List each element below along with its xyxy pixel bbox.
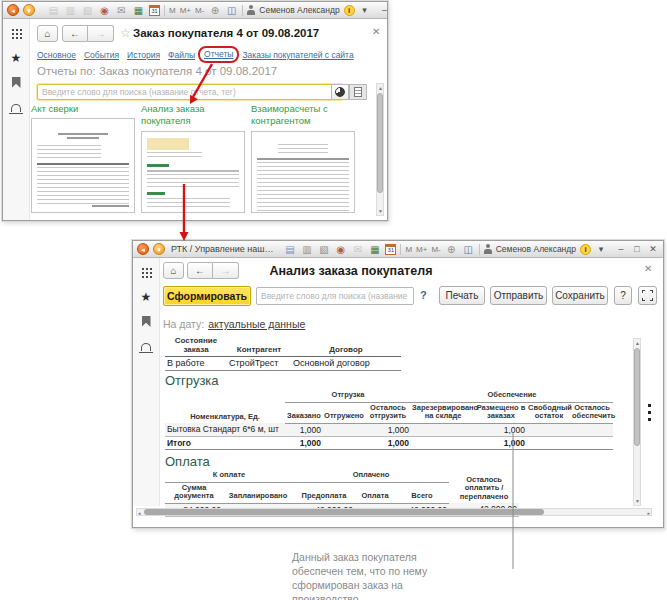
- search-input[interactable]: [256, 287, 414, 305]
- search-help-link[interactable]: ?: [420, 289, 427, 301]
- value-cell: 1,000: [285, 436, 323, 449]
- group-header-due: К оплате: [165, 470, 293, 482]
- save-report-button[interactable]: Сохранить: [552, 286, 608, 305]
- save-icon[interactable]: [47, 5, 60, 16]
- menu-dropdown-button[interactable]: [23, 4, 35, 16]
- split-view-icon[interactable]: [462, 244, 475, 255]
- scrollbar-thumb[interactable]: [634, 348, 640, 446]
- favorite-toggle-icon[interactable]: [120, 26, 131, 40]
- mail-icon[interactable]: [115, 5, 128, 16]
- main-menu-button[interactable]: [7, 4, 19, 16]
- print-icon[interactable]: [64, 5, 77, 16]
- print-button[interactable]: Печать: [439, 286, 485, 305]
- report-thumbnail[interactable]: [141, 131, 245, 213]
- pie-chart-view-button[interactable]: [331, 84, 349, 100]
- favorites-star-icon[interactable]: [11, 53, 22, 63]
- date-link[interactable]: актуальные данные: [208, 318, 305, 330]
- table-row[interactable]: Бытовка Стандарт 6*6 м, шт 1,000 1,000 1…: [165, 423, 613, 436]
- mail-icon[interactable]: [351, 244, 364, 255]
- scroll-up-icon[interactable]: ▲: [378, 85, 383, 91]
- table-row[interactable]: В работе СтройТрест Основной договор: [165, 357, 401, 371]
- menu-grid-icon[interactable]: [141, 267, 152, 278]
- menu-grid-icon[interactable]: [11, 28, 22, 39]
- report-card-settlements[interactable]: Взаиморасчеты с контрагентом: [251, 103, 355, 213]
- report-card-act-sverki[interactable]: Акт сверки: [31, 103, 135, 213]
- fullscreen-button[interactable]: [638, 286, 657, 305]
- print-preview-icon[interactable]: [317, 244, 330, 255]
- tab-site-orders[interactable]: Заказы покупателей с сайта: [242, 50, 353, 60]
- value-cell: [411, 423, 475, 436]
- report-search-input[interactable]: [37, 84, 343, 100]
- report-title[interactable]: Взаиморасчеты с контрагентом: [251, 103, 355, 131]
- memory-button-m[interactable]: М: [169, 6, 176, 15]
- back-button[interactable]: [62, 25, 88, 42]
- scroll-down-icon[interactable]: ▼: [635, 498, 640, 504]
- close-button[interactable]: [647, 244, 659, 254]
- tab-main[interactable]: Основное: [37, 50, 76, 60]
- print-icon[interactable]: [300, 244, 313, 255]
- tab-files[interactable]: Файлы: [168, 50, 195, 60]
- info-icon[interactable]: [344, 5, 355, 16]
- calendar-icon[interactable]: 31: [149, 5, 160, 16]
- table-icon[interactable]: [132, 5, 145, 16]
- scroll-down-icon[interactable]: ▼: [378, 208, 383, 214]
- page-close-icon[interactable]: [372, 26, 380, 37]
- send-button[interactable]: Отправить: [490, 286, 547, 305]
- memory-button-m-minus[interactable]: М-: [195, 6, 204, 15]
- save-icon[interactable]: [283, 244, 296, 255]
- calendar-icon[interactable]: 31: [385, 244, 396, 255]
- favorites-star-icon[interactable]: [141, 292, 152, 302]
- info-icon[interactable]: [580, 244, 591, 255]
- generate-button[interactable]: Сформировать: [163, 286, 251, 306]
- chevron-down-icon[interactable]: [359, 5, 371, 15]
- users-icon[interactable]: [98, 5, 111, 16]
- tab-history[interactable]: История: [127, 50, 160, 60]
- memory-button-m-plus[interactable]: М+: [180, 6, 191, 15]
- report-scrollbar[interactable]: ▲ ▼: [633, 338, 641, 506]
- zoom-icon[interactable]: [208, 5, 221, 16]
- more-options-dots-icon[interactable]: [648, 404, 651, 425]
- chevron-down-icon[interactable]: [595, 244, 607, 254]
- scrollbar-thumb[interactable]: [377, 93, 383, 193]
- column-header: Оплата: [355, 482, 395, 503]
- horizontal-scrollbar[interactable]: ◂ ▸: [136, 508, 652, 516]
- home-button[interactable]: [163, 262, 184, 279]
- value-cell: [527, 436, 571, 449]
- report-title[interactable]: Акт сверки: [31, 103, 135, 118]
- split-view-icon[interactable]: [225, 5, 238, 16]
- print-preview-icon[interactable]: [81, 5, 94, 16]
- memory-button-m-minus[interactable]: М-: [431, 245, 440, 254]
- table-icon[interactable]: [368, 244, 381, 255]
- page-close-icon[interactable]: [644, 263, 652, 274]
- gallery-scrollbar[interactable]: ▲ ▼: [376, 83, 384, 216]
- report-thumbnail[interactable]: [251, 131, 355, 213]
- scroll-right-icon[interactable]: ▸: [647, 510, 650, 516]
- back-button[interactable]: [187, 262, 213, 279]
- main-menu-button[interactable]: [137, 243, 149, 255]
- report-view-button[interactable]: [349, 84, 367, 100]
- scroll-left-icon[interactable]: ◂: [138, 510, 141, 516]
- zoom-icon[interactable]: [445, 244, 458, 255]
- tab-reports[interactable]: Отчеты: [204, 49, 233, 59]
- scrollbar-thumb[interactable]: [144, 509, 544, 515]
- notifications-bell-icon[interactable]: [11, 104, 21, 112]
- home-button[interactable]: [37, 25, 58, 42]
- report-title[interactable]: Анализ заказа покупателя: [141, 103, 245, 131]
- minimize-button[interactable]: [615, 244, 627, 254]
- notifications-bell-icon[interactable]: [141, 343, 151, 351]
- help-button[interactable]: ?: [614, 286, 632, 305]
- tab-events[interactable]: События: [84, 50, 119, 60]
- report-card-order-analysis[interactable]: Анализ заказа покупателя: [141, 103, 245, 213]
- history-bookmark-icon[interactable]: [12, 77, 21, 88]
- history-bookmark-icon[interactable]: [142, 316, 151, 327]
- forward-button[interactable]: [88, 25, 114, 42]
- menu-dropdown-button[interactable]: [153, 243, 165, 255]
- memory-button-m[interactable]: М: [405, 245, 412, 254]
- minimize-button[interactable]: [379, 5, 387, 15]
- value-cell: [411, 436, 475, 449]
- report-thumbnail[interactable]: [31, 118, 135, 213]
- scroll-up-icon[interactable]: ▲: [635, 340, 640, 346]
- maximize-button[interactable]: [631, 244, 643, 254]
- users-icon[interactable]: [334, 244, 347, 255]
- memory-button-m-plus[interactable]: М+: [416, 245, 427, 254]
